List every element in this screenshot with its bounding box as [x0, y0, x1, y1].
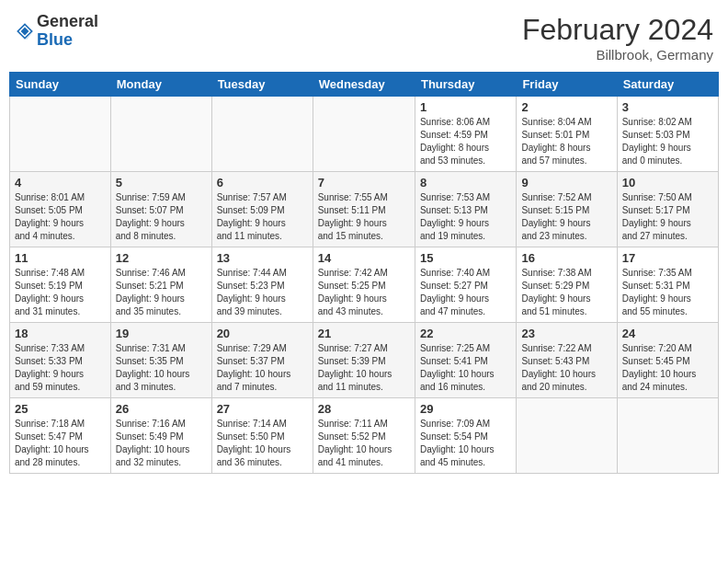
table-row: 16Sunrise: 7:38 AM Sunset: 5:29 PM Dayli…	[517, 247, 617, 323]
day-number: 23	[521, 327, 611, 340]
table-row: 18Sunrise: 7:33 AM Sunset: 5:33 PM Dayli…	[10, 323, 111, 398]
table-row	[211, 97, 313, 172]
col-wednesday: Wednesday	[313, 73, 415, 97]
table-row: 7Sunrise: 7:55 AM Sunset: 5:11 PM Daylig…	[313, 172, 415, 247]
col-tuesday: Tuesday	[211, 73, 313, 97]
table-row	[110, 97, 211, 172]
day-info: Sunrise: 7:33 AM Sunset: 5:33 PM Dayligh…	[15, 342, 106, 394]
table-row	[313, 97, 415, 172]
day-info: Sunrise: 8:01 AM Sunset: 5:05 PM Dayligh…	[15, 191, 106, 243]
day-number: 1	[420, 100, 511, 114]
col-friday: Friday	[517, 73, 617, 97]
calendar-week-row: 1Sunrise: 8:06 AM Sunset: 4:59 PM Daylig…	[10, 97, 719, 172]
day-info: Sunrise: 7:09 AM Sunset: 5:54 PM Dayligh…	[420, 418, 511, 469]
day-number: 29	[420, 402, 511, 416]
table-row	[617, 398, 718, 474]
table-row: 5Sunrise: 7:59 AM Sunset: 5:07 PM Daylig…	[110, 172, 211, 247]
day-info: Sunrise: 7:14 AM Sunset: 5:50 PM Dayligh…	[217, 418, 308, 469]
day-info: Sunrise: 7:11 AM Sunset: 5:52 PM Dayligh…	[318, 418, 410, 469]
day-number: 28	[318, 402, 410, 416]
day-number: 3	[622, 100, 713, 114]
logo-blue-text: Blue	[37, 30, 73, 49]
col-sunday: Sunday	[10, 73, 111, 97]
table-row: 22Sunrise: 7:25 AM Sunset: 5:41 PM Dayli…	[415, 323, 516, 398]
logo-general-text: General	[37, 12, 98, 30]
table-row: 15Sunrise: 7:40 AM Sunset: 5:27 PM Dayli…	[415, 247, 516, 323]
day-number: 8	[420, 176, 511, 190]
day-info: Sunrise: 7:55 AM Sunset: 5:11 PM Dayligh…	[318, 191, 410, 243]
day-number: 12	[116, 251, 207, 265]
day-info: Sunrise: 7:50 AM Sunset: 5:17 PM Dayligh…	[622, 191, 713, 243]
title-area: February 2024 Billbrook, Germany	[522, 13, 713, 63]
table-row: 29Sunrise: 7:09 AM Sunset: 5:54 PM Dayli…	[415, 398, 516, 474]
table-row: 3Sunrise: 8:02 AM Sunset: 5:03 PM Daylig…	[617, 97, 718, 172]
col-monday: Monday	[110, 73, 211, 97]
table-row: 10Sunrise: 7:50 AM Sunset: 5:17 PM Dayli…	[617, 172, 718, 247]
col-saturday: Saturday	[617, 73, 718, 97]
day-number: 22	[420, 327, 511, 340]
table-row: 21Sunrise: 7:27 AM Sunset: 5:39 PM Dayli…	[313, 323, 415, 398]
day-number: 10	[622, 176, 713, 190]
day-info: Sunrise: 7:52 AM Sunset: 5:15 PM Dayligh…	[521, 191, 611, 243]
table-row: 2Sunrise: 8:04 AM Sunset: 5:01 PM Daylig…	[517, 97, 617, 172]
col-thursday: Thursday	[415, 73, 516, 97]
day-number: 21	[318, 327, 410, 340]
table-row: 20Sunrise: 7:29 AM Sunset: 5:37 PM Dayli…	[211, 323, 313, 398]
header: General Blue February 2024 Billbrook, Ge…	[9, 9, 719, 66]
day-number: 13	[217, 251, 308, 265]
day-info: Sunrise: 7:35 AM Sunset: 5:31 PM Dayligh…	[622, 267, 713, 318]
table-row: 6Sunrise: 7:57 AM Sunset: 5:09 PM Daylig…	[211, 172, 313, 247]
logo-icon	[15, 21, 35, 41]
day-info: Sunrise: 8:04 AM Sunset: 5:01 PM Dayligh…	[521, 116, 611, 167]
calendar-week-row: 4Sunrise: 8:01 AM Sunset: 5:05 PM Daylig…	[10, 172, 719, 247]
day-info: Sunrise: 8:06 AM Sunset: 4:59 PM Dayligh…	[420, 116, 511, 167]
day-info: Sunrise: 7:25 AM Sunset: 5:41 PM Dayligh…	[420, 342, 511, 394]
day-number: 27	[217, 402, 308, 416]
day-number: 7	[318, 176, 410, 190]
day-number: 18	[15, 327, 106, 340]
day-info: Sunrise: 7:40 AM Sunset: 5:27 PM Dayligh…	[420, 267, 511, 318]
table-row	[10, 97, 111, 172]
table-row: 28Sunrise: 7:11 AM Sunset: 5:52 PM Dayli…	[313, 398, 415, 474]
day-number: 19	[116, 327, 207, 340]
table-row: 14Sunrise: 7:42 AM Sunset: 5:25 PM Dayli…	[313, 247, 415, 323]
day-number: 15	[420, 251, 511, 265]
day-info: Sunrise: 7:18 AM Sunset: 5:47 PM Dayligh…	[15, 418, 106, 469]
table-row: 23Sunrise: 7:22 AM Sunset: 5:43 PM Dayli…	[517, 323, 617, 398]
table-row: 9Sunrise: 7:52 AM Sunset: 5:15 PM Daylig…	[517, 172, 617, 247]
day-number: 26	[116, 402, 207, 416]
day-info: Sunrise: 7:29 AM Sunset: 5:37 PM Dayligh…	[217, 342, 308, 394]
calendar-header-row: Sunday Monday Tuesday Wednesday Thursday…	[10, 73, 719, 97]
day-info: Sunrise: 7:20 AM Sunset: 5:45 PM Dayligh…	[622, 342, 713, 394]
table-row: 26Sunrise: 7:16 AM Sunset: 5:49 PM Dayli…	[110, 398, 211, 474]
day-number: 2	[521, 100, 611, 114]
calendar: Sunday Monday Tuesday Wednesday Thursday…	[9, 72, 719, 474]
table-row: 1Sunrise: 8:06 AM Sunset: 4:59 PM Daylig…	[415, 97, 516, 172]
day-number: 5	[116, 176, 207, 190]
table-row: 12Sunrise: 7:46 AM Sunset: 5:21 PM Dayli…	[110, 247, 211, 323]
day-info: Sunrise: 7:57 AM Sunset: 5:09 PM Dayligh…	[217, 191, 308, 243]
day-info: Sunrise: 7:53 AM Sunset: 5:13 PM Dayligh…	[420, 191, 511, 243]
day-number: 4	[15, 176, 106, 190]
day-number: 17	[622, 251, 713, 265]
day-info: Sunrise: 7:44 AM Sunset: 5:23 PM Dayligh…	[217, 267, 308, 318]
calendar-week-row: 25Sunrise: 7:18 AM Sunset: 5:47 PM Dayli…	[10, 398, 719, 474]
table-row: 25Sunrise: 7:18 AM Sunset: 5:47 PM Dayli…	[10, 398, 111, 474]
logo-text: General Blue	[37, 13, 98, 50]
calendar-week-row: 18Sunrise: 7:33 AM Sunset: 5:33 PM Dayli…	[10, 323, 719, 398]
table-row: 11Sunrise: 7:48 AM Sunset: 5:19 PM Dayli…	[10, 247, 111, 323]
day-number: 16	[521, 251, 611, 265]
table-row	[517, 398, 617, 474]
table-row: 19Sunrise: 7:31 AM Sunset: 5:35 PM Dayli…	[110, 323, 211, 398]
day-number: 14	[318, 251, 410, 265]
table-row: 17Sunrise: 7:35 AM Sunset: 5:31 PM Dayli…	[617, 247, 718, 323]
day-info: Sunrise: 8:02 AM Sunset: 5:03 PM Dayligh…	[622, 116, 713, 167]
day-info: Sunrise: 7:22 AM Sunset: 5:43 PM Dayligh…	[521, 342, 611, 394]
day-number: 11	[15, 251, 106, 265]
logo: General Blue	[15, 13, 98, 50]
day-info: Sunrise: 7:42 AM Sunset: 5:25 PM Dayligh…	[318, 267, 410, 318]
table-row: 27Sunrise: 7:14 AM Sunset: 5:50 PM Dayli…	[211, 398, 313, 474]
day-number: 20	[217, 327, 308, 340]
month-title: February 2024	[522, 13, 713, 47]
day-info: Sunrise: 7:38 AM Sunset: 5:29 PM Dayligh…	[521, 267, 611, 318]
